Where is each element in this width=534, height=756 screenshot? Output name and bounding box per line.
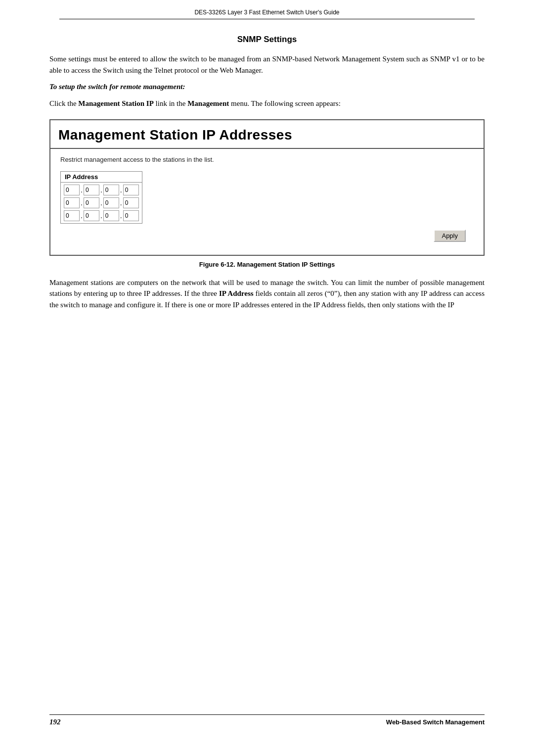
ip-dot: .: [119, 186, 123, 194]
footer-title: Web-Based Switch Management: [386, 718, 485, 726]
ip-row-2: . . .: [64, 197, 139, 208]
figure-caption: Figure 6-12. Management Station IP Setti…: [49, 261, 485, 268]
ip-row3-oct1[interactable]: [64, 210, 80, 221]
ip-row3-oct4[interactable]: [123, 210, 139, 221]
ip-row3-oct2[interactable]: [84, 210, 99, 221]
ip-row3-oct3[interactable]: [103, 210, 119, 221]
apply-button[interactable]: Apply: [434, 230, 466, 242]
management-station-box: Management Station IP Addresses Restrict…: [49, 119, 485, 256]
ip-dot: .: [80, 199, 84, 207]
ip-row2-oct2[interactable]: [84, 197, 99, 208]
ip-row2-oct3[interactable]: [103, 197, 119, 208]
page-container: DES-3326S Layer 3 Fast Ethernet Switch U…: [0, 0, 534, 756]
mgmt-box-body: Restrict management access to the statio…: [50, 149, 484, 255]
ip-table: IP Address . . .: [60, 171, 142, 224]
ip-row1-oct3[interactable]: [103, 185, 119, 195]
ip-row1-oct2[interactable]: [84, 185, 99, 195]
ip-row2-oct4[interactable]: [123, 197, 139, 208]
header-title: DES-3326S Layer 3 Fast Ethernet Switch U…: [194, 9, 339, 16]
instruction-paragraph: Click the Management Station IP link in …: [49, 98, 485, 109]
italic-heading: To setup the switch for remote managemen…: [49, 83, 485, 91]
section-title: SNMP Settings: [49, 35, 485, 45]
ip-row1-oct1[interactable]: [64, 185, 80, 195]
ip-row-1: . . .: [64, 185, 139, 195]
apply-row: Apply: [60, 224, 474, 247]
restrict-text: Restrict management access to the statio…: [60, 156, 474, 163]
ip-dot: .: [119, 212, 123, 220]
intro-paragraph: Some settings must be entered to allow t…: [49, 53, 485, 76]
ip-row-3: . . .: [64, 210, 139, 221]
footer-page-number: 192: [49, 718, 61, 726]
ip-dot: .: [119, 199, 123, 207]
ip-dot: .: [99, 212, 103, 220]
ip-address-label: IP Address: [61, 172, 142, 183]
header-rule: [59, 19, 475, 19]
body-paragraph: Management stations are computers on the…: [49, 277, 485, 311]
ip-dot: .: [80, 186, 84, 194]
ip-row1-oct4[interactable]: [123, 185, 139, 195]
mgmt-box-title: Management Station IP Addresses: [50, 120, 484, 149]
footer: 192 Web-Based Switch Management: [49, 714, 485, 726]
content-area: SNMP Settings Some settings must be ente…: [49, 0, 485, 310]
ip-dot: .: [80, 212, 84, 220]
ip-row2-oct1[interactable]: [64, 197, 80, 208]
ip-rows: . . . . .: [61, 183, 142, 223]
ip-dot: .: [99, 199, 103, 207]
header-text: DES-3326S Layer 3 Fast Ethernet Switch U…: [0, 9, 534, 16]
ip-dot: .: [99, 186, 103, 194]
